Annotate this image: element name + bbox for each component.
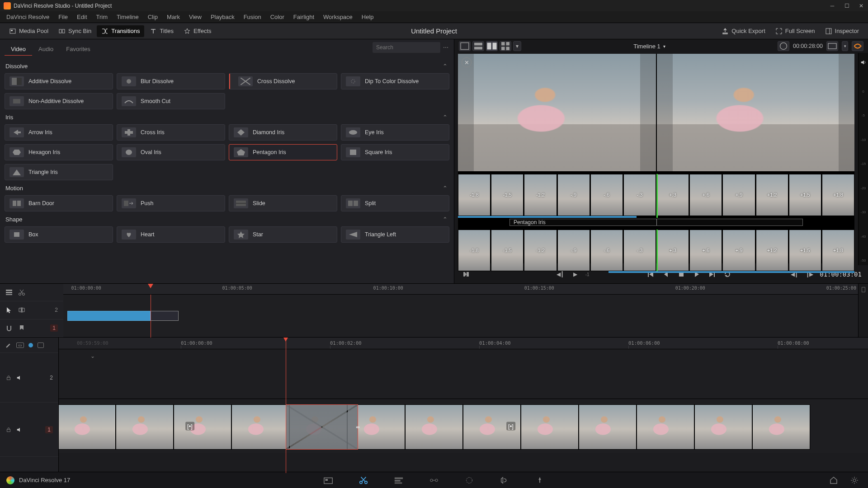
transitions-button[interactable]: Transitions xyxy=(97,25,144,37)
clip-thumb[interactable] xyxy=(405,404,463,450)
mute-icon-2[interactable] xyxy=(16,427,23,433)
timeline-options-icon[interactable] xyxy=(5,289,13,296)
transition-additive-dissolve[interactable]: Additive Dissolve xyxy=(5,73,113,89)
upper-timeline-body[interactable]: 01:00:00:0001:00:05:0001:00:10:0001:00:1… xyxy=(63,284,858,337)
mini-transition[interactable] xyxy=(151,311,179,321)
clip-marker-a[interactable]: [•] xyxy=(185,422,194,431)
filmstrip-thumb[interactable]: +1.2 xyxy=(756,230,788,272)
filmstrip-thumb[interactable]: -.6 xyxy=(590,230,623,272)
transition-triangle-left[interactable]: Triangle Left xyxy=(341,226,449,243)
filmstrip-thumb[interactable]: -1.5 xyxy=(491,174,524,216)
mini-playhead[interactable] xyxy=(148,284,153,288)
transition-push[interactable]: Push xyxy=(117,195,225,211)
close-trim-view[interactable]: ✕ xyxy=(462,57,472,67)
transition-pentagon-iris[interactable]: Pentagon Iris xyxy=(229,144,337,160)
transition-barn-door[interactable]: Barn Door xyxy=(5,195,113,211)
cut-tool-icon[interactable] xyxy=(18,289,25,296)
trim-tool-icon[interactable] xyxy=(18,306,25,314)
clip-thumb[interactable] xyxy=(579,404,637,450)
timeline-name[interactable]: Timeline 1 xyxy=(633,43,660,50)
scroll-indicator-icon[interactable] xyxy=(860,286,867,293)
window-minimize[interactable]: ─ xyxy=(829,3,835,9)
menu-edit[interactable]: Edit xyxy=(73,13,90,21)
cut-page-icon[interactable] xyxy=(357,475,370,486)
full-screen-button[interactable]: Full Screen xyxy=(771,25,820,37)
video-track-2[interactable]: ⌄ xyxy=(59,349,868,399)
view-mode-grid[interactable] xyxy=(500,41,511,51)
transition-smooth-cut[interactable]: Smooth Cut xyxy=(117,93,225,109)
menu-workspace[interactable]: Workspace xyxy=(320,13,356,21)
menu-view[interactable]: View xyxy=(185,13,205,21)
transitions-list[interactable]: Dissolve⌃Additive DissolveBlur DissolveC… xyxy=(0,56,454,283)
filmstrip-thumb[interactable]: -1.5 xyxy=(491,230,524,272)
timeline-dropdown-icon[interactable]: ▾ xyxy=(663,44,665,49)
color-page-icon[interactable] xyxy=(463,475,476,486)
viewer-display[interactable]: ✕ -1.8-1.5-1.2-.9-.6-.3+.3+.6+.9+1.2+1.5… xyxy=(458,54,854,263)
transition-dip-to-color-dissolve[interactable]: Dip To Color Dissolve xyxy=(341,73,449,89)
mini-clip-1[interactable] xyxy=(67,311,151,321)
media-page-icon[interactable] xyxy=(322,475,335,486)
transition-square-iris[interactable]: Square Iris xyxy=(341,144,449,160)
home-icon[interactable] xyxy=(827,475,840,486)
big-playhead[interactable] xyxy=(286,338,286,473)
filmstrip-thumb[interactable]: -1.8 xyxy=(458,174,491,216)
menu-timeline[interactable]: Timeline xyxy=(113,13,142,21)
clip-thumb[interactable] xyxy=(59,404,116,450)
menu-help[interactable]: Help xyxy=(358,13,377,21)
video-track-1[interactable]: [•] [•] ⇼ xyxy=(59,399,868,453)
filmstrip-thumb[interactable]: +.9 xyxy=(722,174,755,216)
filmstrip-thumb[interactable]: -.3 xyxy=(623,174,656,216)
filmstrip-thumb[interactable]: +1.8 xyxy=(822,230,854,272)
view-mode-dropdown[interactable]: ▾ xyxy=(513,41,521,51)
transition-hexagon-iris[interactable]: Hexagon Iris xyxy=(5,144,113,160)
clip-thumb[interactable] xyxy=(637,404,694,450)
filmstrip-thumb[interactable]: -1.2 xyxy=(524,174,557,216)
window-close[interactable]: ✕ xyxy=(858,3,864,9)
transition-non-additive-dissolve[interactable]: Non-Additive Dissolve xyxy=(5,93,113,109)
transition-triangle-iris[interactable]: Triangle Iris xyxy=(5,164,113,180)
transition-cross-iris[interactable]: Cross Iris xyxy=(117,124,225,141)
transition-star[interactable]: Star xyxy=(229,226,337,243)
clip-thumb[interactable] xyxy=(174,404,231,450)
edit-point-line[interactable] xyxy=(656,230,658,273)
deliver-page-icon[interactable] xyxy=(533,475,546,486)
transition-slide[interactable]: Slide xyxy=(229,195,337,211)
color-tag[interactable] xyxy=(28,343,33,347)
settings-gear-icon[interactable] xyxy=(848,475,861,486)
menu-fairlight[interactable]: Fairlight xyxy=(290,13,318,21)
bypass-fx-icon[interactable] xyxy=(852,41,863,51)
transition-blur-dissolve[interactable]: Blur Dissolve xyxy=(117,73,225,89)
search-options-icon[interactable]: ⋯ xyxy=(443,44,449,51)
filmstrip-thumb[interactable]: -.6 xyxy=(590,174,623,216)
snap-icon[interactable] xyxy=(5,324,13,332)
clip-thumb[interactable] xyxy=(752,404,810,450)
tab-audio[interactable]: Audio xyxy=(32,43,60,56)
tc-options[interactable] xyxy=(826,41,838,51)
transition-split[interactable]: Split xyxy=(341,195,449,211)
tc-dropdown[interactable]: ▾ xyxy=(842,41,848,51)
menu-playback[interactable]: Playback xyxy=(207,13,238,21)
tab-favorites[interactable]: Favorites xyxy=(60,43,96,56)
window-maximize[interactable]: ☐ xyxy=(844,3,850,9)
transition-diamond-iris[interactable]: Diamond Iris xyxy=(229,124,337,141)
safe-area-icon[interactable] xyxy=(778,41,789,51)
transition-trim-handle[interactable]: ⇼ xyxy=(356,424,359,430)
tab-video[interactable]: Video xyxy=(5,43,32,56)
marker-icon[interactable] xyxy=(18,324,25,332)
edit-page-icon[interactable] xyxy=(392,475,405,486)
view-mode-strip[interactable] xyxy=(472,41,484,51)
menu-file[interactable]: File xyxy=(55,13,71,21)
resolve-logo-icon[interactable] xyxy=(6,476,14,484)
search-input[interactable] xyxy=(373,42,440,53)
transition-oval-iris[interactable]: Oval Iris xyxy=(117,144,225,160)
filmstrip-thumb[interactable]: -.9 xyxy=(557,174,590,216)
sync-lock-icon[interactable]: ▭ xyxy=(16,343,24,348)
filmstrip-thumb[interactable]: +.6 xyxy=(689,174,722,216)
menu-trim[interactable]: Trim xyxy=(93,13,112,21)
menu-color[interactable]: Color xyxy=(267,13,288,21)
filmstrip-thumb[interactable]: +1.8 xyxy=(822,174,854,216)
filmstrip-thumb[interactable]: -.9 xyxy=(557,230,590,272)
mute-icon[interactable] xyxy=(16,375,23,381)
transition-on-timeline[interactable]: ⇼ xyxy=(286,404,358,450)
transition-box[interactable]: Box xyxy=(5,226,113,243)
